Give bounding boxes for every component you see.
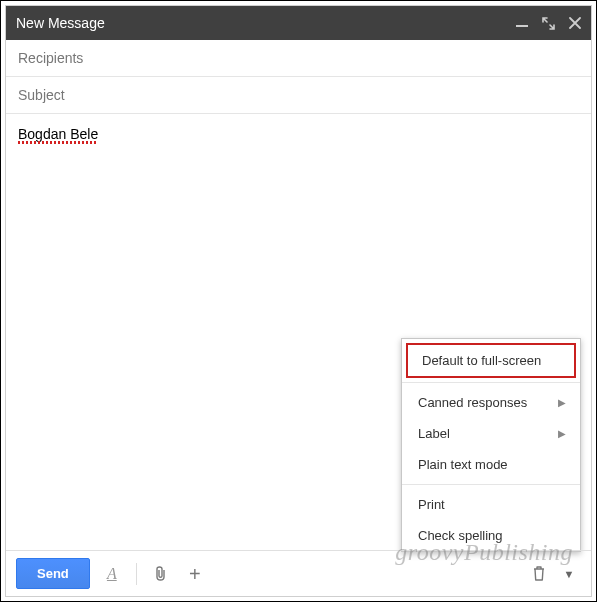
menu-label[interactable]: Label ▶ (402, 418, 580, 449)
subject-field[interactable]: Subject (6, 77, 591, 114)
submenu-arrow-icon: ▶ (558, 397, 566, 408)
menu-print[interactable]: Print (402, 489, 580, 520)
menu-label-label: Label (418, 426, 450, 441)
menu-plain-text[interactable]: Plain text mode (402, 449, 580, 480)
menu-check-spelling[interactable]: Check spelling (402, 520, 580, 551)
minimize-icon[interactable] (516, 18, 528, 28)
toolbar-divider (136, 563, 137, 585)
compose-window: New Message Recipients Subject Bogdan Be… (5, 5, 592, 597)
compose-title: New Message (16, 15, 516, 31)
insert-more-icon[interactable]: + (183, 562, 207, 586)
toolbar-right: ▼ (527, 562, 581, 586)
menu-canned-responses[interactable]: Canned responses ▶ (402, 387, 580, 418)
close-icon[interactable] (569, 17, 581, 29)
menu-canned-responses-label: Canned responses (418, 395, 527, 410)
compose-header: New Message (6, 6, 591, 40)
more-options-menu: Default to full-screen Canned responses … (401, 338, 581, 552)
compose-toolbar: Send A + ▼ (6, 550, 591, 596)
compose-window-frame: New Message Recipients Subject Bogdan Be… (0, 0, 597, 602)
menu-highlight: Default to full-screen (406, 343, 576, 378)
menu-default-fullscreen[interactable]: Default to full-screen (408, 345, 574, 376)
more-options-icon[interactable]: ▼ (557, 562, 581, 586)
trash-icon[interactable] (527, 562, 551, 586)
header-controls (516, 17, 581, 30)
menu-separator (402, 484, 580, 485)
fullscreen-icon[interactable] (542, 17, 555, 30)
submenu-arrow-icon: ▶ (558, 428, 566, 439)
body-text: Bogdan Bele (18, 126, 98, 142)
formatting-icon[interactable]: A (100, 562, 124, 586)
attach-icon[interactable] (149, 562, 173, 586)
send-button[interactable]: Send (16, 558, 90, 589)
recipients-field[interactable]: Recipients (6, 40, 591, 77)
menu-separator (402, 382, 580, 383)
